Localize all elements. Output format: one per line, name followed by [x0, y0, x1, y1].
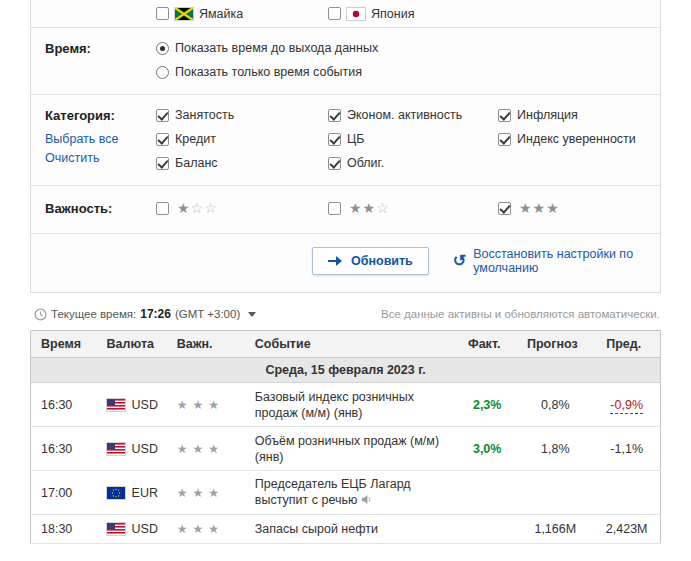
refresh-button[interactable]: Обновить	[312, 247, 429, 275]
speaker-icon	[361, 494, 372, 508]
star-icon	[208, 522, 219, 536]
currency-cell: EUR	[97, 471, 167, 515]
star-icon	[177, 398, 188, 412]
category-option-bonds[interactable]: Облиг.	[328, 156, 498, 170]
currency-code: USD	[132, 442, 158, 456]
radio-selected-icon[interactable]	[156, 42, 169, 55]
category-option-employment[interactable]: Занятость	[156, 108, 328, 122]
checkbox-checked-icon[interactable]	[156, 157, 169, 170]
star-icon	[519, 201, 532, 215]
category-section-label: Категория:	[45, 108, 115, 123]
forecast-cell: 1,8%	[517, 427, 589, 471]
category-option-balance[interactable]: Баланс	[156, 156, 328, 170]
event-cell: Председатель ЕЦБ Лагард выступит с речью	[245, 471, 453, 515]
refresh-button-label: Обновить	[351, 254, 413, 268]
statusbar: Текущее время: 17:26 (GMT +3:00) Все дан…	[0, 307, 691, 321]
event-row: 16:30 USD Базовый индекс розничных прода…	[31, 383, 661, 427]
col-header-importance: Важн.	[167, 331, 245, 358]
arrow-right-icon	[328, 256, 342, 266]
category-option-inflation[interactable]: Инфляция	[498, 108, 636, 122]
importance-option-3-stars[interactable]	[498, 201, 670, 215]
previous-revised-value: -0,9%	[610, 398, 643, 414]
country-label: Япония	[371, 7, 414, 21]
col-header-time: Время	[31, 331, 97, 358]
importance-stars-3	[519, 201, 560, 215]
checkbox-icon[interactable]	[328, 202, 341, 215]
category-column: Эконом. активность ЦБ Облиг.	[328, 108, 498, 170]
date-group-label: Среда, 15 февраля 2023 г.	[31, 358, 661, 383]
checkbox-checked-icon[interactable]	[156, 109, 169, 122]
country-label: Ямайка	[199, 7, 243, 21]
checkbox-checked-icon[interactable]	[498, 133, 511, 146]
checkbox-icon[interactable]	[156, 202, 169, 215]
clear-all-link[interactable]: Очистить	[45, 151, 99, 165]
checkbox-checked-icon[interactable]	[498, 109, 511, 122]
currency-code: EUR	[132, 486, 158, 500]
actual-cell	[453, 471, 517, 515]
star-icon	[192, 522, 203, 536]
current-time-label: Текущее время:	[51, 308, 136, 320]
checkbox-icon[interactable]	[156, 7, 169, 20]
date-group-row: Среда, 15 февраля 2023 г.	[31, 358, 661, 383]
importance-stars	[177, 442, 224, 456]
current-time-selector[interactable]: Текущее время: 17:26 (GMT +3:00)	[34, 307, 256, 321]
previous-cell	[589, 471, 660, 515]
star-icon	[192, 442, 203, 456]
event-row: 16:30 USD Объём розничных продаж (м/м) (…	[31, 427, 661, 471]
radio-icon[interactable]	[156, 66, 169, 79]
category-option-credit[interactable]: Кредит	[156, 132, 328, 146]
country-option-jamaica[interactable]: Ямайка	[156, 7, 328, 21]
forecast-cell	[517, 471, 589, 515]
star-outline-icon	[191, 201, 204, 215]
importance-stars	[177, 486, 224, 500]
importance-stars-2	[349, 201, 390, 215]
time-filter-section: Время: Показать время до выхода данных П…	[31, 27, 660, 94]
category-filter-section: Категория: Выбрать все Очистить Занятост…	[31, 94, 660, 185]
event-row: 17:00 EUR Председатель ЕЦБ Лагард выступ…	[31, 471, 661, 515]
jamaica-flag-icon	[175, 8, 193, 20]
importance-stars	[177, 522, 224, 536]
timezone-value: (GMT +3:00)	[175, 308, 240, 320]
checkbox-checked-icon[interactable]	[156, 133, 169, 146]
category-option-central-bank[interactable]: ЦБ	[328, 132, 498, 146]
currency-cell: USD	[97, 427, 167, 471]
star-icon	[192, 486, 203, 500]
importance-option-1-star[interactable]	[156, 201, 328, 215]
restore-defaults-link[interactable]: ↺ Восстановить настройки по умолчанию	[453, 247, 660, 275]
calendar-filter-panel: Ямайка Япония Время: Показать время до в…	[30, 0, 661, 293]
chevron-down-icon[interactable]	[248, 312, 256, 317]
table-header-row: Время Валюта Важн. Событие Факт. Прогноз…	[31, 331, 661, 358]
star-outline-icon	[376, 201, 389, 215]
star-icon	[208, 398, 219, 412]
eu-flag-icon	[107, 487, 125, 499]
economic-calendar-page: Ямайка Япония Время: Показать время до в…	[0, 0, 691, 561]
category-label: ЦБ	[347, 132, 364, 146]
category-option-economic-activity[interactable]: Эконом. активность	[328, 108, 498, 122]
us-flag-icon	[107, 523, 125, 535]
auto-update-note: Все данные активны и обновляются автомат…	[381, 308, 660, 320]
star-icon	[546, 201, 559, 215]
select-all-link[interactable]: Выбрать все	[45, 132, 119, 146]
checkbox-checked-icon[interactable]	[328, 109, 341, 122]
event-cell: Запасы сырой нефти	[245, 515, 453, 544]
checkbox-checked-icon[interactable]	[498, 202, 511, 215]
country-option-japan[interactable]: Япония	[328, 7, 500, 21]
currency-code: USD	[132, 398, 158, 412]
checkbox-checked-icon[interactable]	[328, 157, 341, 170]
checkbox-icon[interactable]	[328, 7, 341, 20]
time-option-event-time-only[interactable]: Показать только время события	[156, 65, 378, 79]
time-options: Показать время до выхода данных Показать…	[156, 41, 378, 79]
time-option-until-release[interactable]: Показать время до выхода данных	[156, 41, 378, 55]
importance-stars	[177, 398, 224, 412]
checkbox-checked-icon[interactable]	[328, 133, 341, 146]
importance-option-2-stars[interactable]	[328, 201, 498, 215]
filter-actions-row: Обновить ↺ Восстановить настройки по умо…	[31, 233, 660, 292]
category-label: Занятость	[175, 108, 234, 122]
category-column: Инфляция Индекс уверенности	[498, 108, 636, 170]
undo-icon: ↺	[453, 253, 466, 269]
time-cell: 17:00	[31, 471, 97, 515]
event-title: Запасы сырой нефти	[255, 522, 378, 536]
category-option-confidence-index[interactable]: Индекс уверенности	[498, 132, 636, 146]
col-header-currency: Валюта	[97, 331, 167, 358]
restore-defaults-label: Восстановить настройки по умолчанию	[473, 247, 660, 275]
